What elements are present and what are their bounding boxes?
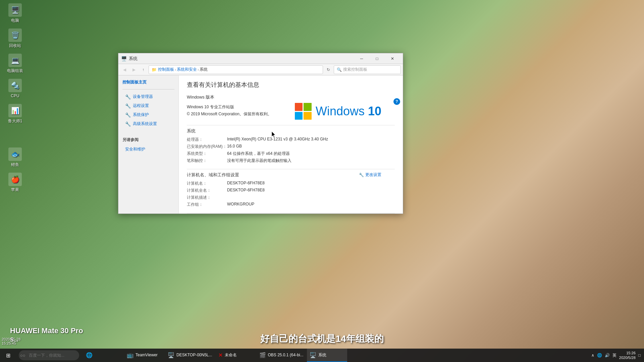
copyright-text: © 2019 Microsoft Corporation。保留所有权利。 bbox=[187, 111, 272, 117]
teamviewer-icon: 📺 bbox=[127, 352, 133, 358]
device-manager-icon: 🔧 bbox=[125, 94, 131, 100]
taskbar-app-edge[interactable]: 🌐 bbox=[83, 349, 123, 362]
refresh-button[interactable]: ↻ bbox=[324, 66, 332, 74]
computer-fullname-value: DESKTOP-6FH78E8 bbox=[227, 188, 265, 193]
taskbar-app-desktop[interactable]: 🖥️ DESKTOP-00N5L... bbox=[165, 349, 215, 362]
sidebar: 控制面板主页 🔧 设备管理器 🔧 远程设置 🔧 系统保护 🔧 高级系统设置 bbox=[118, 75, 179, 214]
date-display: 2020/5/28 bbox=[619, 355, 636, 360]
taskbar-apps: 🌐 📺 TeamViewer 🖥️ DESKTOP-00N5L... ✕ 未命名… bbox=[83, 349, 591, 362]
desktop-icon-fish[interactable]: 🐟 鲤鱼 bbox=[3, 147, 27, 167]
windows-logo-area: Windows 10 bbox=[295, 103, 381, 120]
windows-version-section: Windows 版本 Windows 10 专业工作站版 © 2019 Micr… bbox=[187, 94, 395, 120]
page-title: 查看有关计算机的基本信息 bbox=[187, 81, 395, 89]
windows-edition: Windows 10 专业工作站版 bbox=[187, 104, 234, 110]
taskbar-search-icon: ○○ bbox=[20, 353, 25, 358]
help-button[interactable]: ? bbox=[393, 98, 400, 105]
ram-row: 已安装的内存(RAM)： 16.0 GB bbox=[187, 144, 395, 149]
processor-row: 处理器： Intel(R) Xeon(R) CPU E3-1231 v3 @ 3… bbox=[187, 137, 395, 142]
main-content: ? 查看有关计算机的基本信息 Windows 版本 Windows 10 专业工… bbox=[179, 75, 403, 214]
breadcrumb-system: 系统 bbox=[200, 67, 208, 72]
sidebar-item-device-manager[interactable]: 🔧 设备管理器 bbox=[118, 92, 178, 101]
processor-label: 处理器： bbox=[187, 137, 227, 142]
computer-fullname-label: 计算机全名： bbox=[187, 188, 227, 193]
watermark: HUAWEI Mate 30 Pro S... bbox=[10, 326, 83, 344]
system-protection-icon: 🔧 bbox=[125, 112, 131, 118]
taskbar: ⊞ ○○ 🌐 📺 TeamViewer 🖥️ DESKTOP-00N5L... … bbox=[0, 349, 644, 362]
computer-name-label: 计算机名： bbox=[187, 181, 227, 186]
computer-fullname-row: 计算机全名： DESKTOP-6FH78E8 bbox=[187, 188, 395, 193]
breadcrumb-system-security[interactable]: 系统和安全 bbox=[177, 67, 197, 72]
minimize-button[interactable]: ─ bbox=[354, 53, 369, 64]
desktop-icon-network[interactable]: 📊 鲁大师1 bbox=[3, 104, 27, 123]
address-path[interactable]: 📁 控制面板 › 系统和安全 › 系统 bbox=[149, 65, 323, 74]
system-section-title: 系统 bbox=[187, 128, 395, 134]
address-bar: ◀ ▶ ↑ 📁 控制面板 › 系统和安全 › 系统 ↻ 🔍 搜索控制面板 bbox=[118, 64, 403, 75]
sidebar-item-system-protection[interactable]: 🔧 系统保护 bbox=[118, 110, 178, 119]
computer-desc-label: 计算机描述： bbox=[187, 195, 227, 200]
desktop-icon-fruit[interactable]: 🍎 苹果 bbox=[3, 173, 27, 192]
computer-name-section: 计算机名、域和工作组设置 计算机名： DESKTOP-6FH78E8 计算机全名… bbox=[187, 172, 395, 207]
also-ref-title: 另请参阅 bbox=[118, 135, 178, 145]
obs-icon: 🎬 bbox=[259, 352, 266, 358]
taskbar-systray: ∧ 🌐 🔊 英 15:26 2020/5/28 □ bbox=[591, 351, 644, 360]
system-type-label: 系统类型： bbox=[187, 151, 227, 157]
computer-name-row: 计算机名： DESKTOP-6FH78E8 bbox=[187, 181, 395, 186]
search-icon: 🔍 bbox=[337, 67, 342, 72]
ram-label: 已安装的内存(RAM)： bbox=[187, 144, 227, 149]
desktop-icon-this-pc[interactable]: 🖥️ 电脑 bbox=[3, 3, 27, 23]
sidebar-item-security-maintenance[interactable]: 安全和维护 bbox=[118, 145, 178, 154]
desktop: 🖥️ 电脑 🗑️ 回收站 💻 电脑组装 🔩 CPU 📊 鲁大师1 🐟 鲤鱼 🍎 … bbox=[0, 0, 644, 362]
system-type-row: 系统类型： 64 位操作系统，基于 x64 的处理器 bbox=[187, 151, 395, 157]
taskbar-app-obs[interactable]: 🎬 OBS 25.0.1 (64-bi... bbox=[257, 349, 306, 362]
window-title: 系统 bbox=[129, 56, 352, 62]
windows-edition-row: Windows 10 专业工作站版 bbox=[187, 104, 272, 110]
sidebar-main-link[interactable]: 控制面板主页 bbox=[118, 78, 178, 86]
ram-value: 16.0 GB bbox=[227, 144, 242, 149]
breadcrumb-control-panel[interactable]: 控制面板 bbox=[158, 67, 174, 72]
taskbar-app-antivirus[interactable]: ✕ 未命名 bbox=[216, 349, 256, 362]
windows10-text: Windows 10 bbox=[316, 104, 381, 118]
windows-4color-logo bbox=[295, 103, 312, 120]
taskbar-app-system[interactable]: 🖥️ 系统 bbox=[307, 349, 347, 362]
desktop-icon-recycle-bin[interactable]: 🗑️ 回收站 bbox=[3, 28, 27, 48]
pen-touch-row: 笔和触控： 没有可用于此显示器的笔或触控输入 bbox=[187, 158, 395, 164]
system-icon: 🖥️ bbox=[310, 352, 316, 358]
computer-desc-row: 计算机描述： bbox=[187, 195, 395, 200]
systray-caret[interactable]: ∧ bbox=[591, 353, 594, 358]
watermark-line2: S... bbox=[10, 336, 83, 344]
forward-button[interactable]: ▶ bbox=[130, 66, 138, 74]
systray-input-method[interactable]: 英 bbox=[612, 353, 616, 358]
window-icon: 🖥️ bbox=[121, 56, 127, 61]
copyright-row: © 2019 Microsoft Corporation。保留所有权利。 bbox=[187, 111, 272, 117]
processor-value: Intel(R) Xeon(R) CPU E3-1231 v3 @ 3.40GH… bbox=[227, 137, 328, 142]
time-display: 15:26 bbox=[619, 351, 636, 355]
taskbar-app-teamviewer[interactable]: 📺 TeamViewer bbox=[124, 349, 164, 362]
change-settings-icon: 🔧 bbox=[359, 173, 364, 177]
sidebar-item-advanced-settings[interactable]: 🔧 高级系统设置 bbox=[118, 119, 178, 128]
remote-settings-icon: 🔧 bbox=[125, 103, 131, 109]
window-controls: ─ □ ✕ bbox=[354, 53, 400, 64]
watermark-line1: HUAWEI Mate 30 Pro bbox=[10, 326, 83, 336]
systray-network: 🌐 bbox=[597, 353, 602, 358]
desktop-icon-computer-group[interactable]: 💻 电脑组装 bbox=[3, 54, 27, 73]
system-section: 系统 处理器： Intel(R) Xeon(R) CPU E3-1231 v3 … bbox=[187, 128, 395, 164]
search-box[interactable]: 🔍 搜索控制面板 bbox=[334, 65, 401, 74]
desktop-icon-cpu[interactable]: 🔩 CPU bbox=[3, 79, 27, 98]
workgroup-row: 工作组： WORKGROUP bbox=[187, 202, 395, 207]
taskbar-search-input[interactable] bbox=[19, 350, 79, 360]
maximize-button[interactable]: □ bbox=[369, 53, 385, 64]
search-placeholder: 搜索控制面板 bbox=[343, 67, 367, 72]
systray-sound: 🔊 bbox=[605, 353, 610, 358]
close-button[interactable]: ✕ bbox=[385, 53, 400, 64]
sidebar-item-remote-settings[interactable]: 🔧 远程设置 bbox=[118, 101, 178, 110]
up-button[interactable]: ↑ bbox=[139, 66, 147, 74]
edge-icon: 🌐 bbox=[86, 352, 93, 358]
systray-notification[interactable]: □ bbox=[638, 353, 641, 358]
back-button[interactable]: ◀ bbox=[120, 66, 128, 74]
taskbar-time[interactable]: 15:26 2020/5/28 bbox=[619, 351, 636, 360]
window-body: 控制面板主页 🔧 设备管理器 🔧 远程设置 🔧 系统保护 🔧 高级系统设置 bbox=[118, 75, 403, 214]
workgroup-label: 工作组： bbox=[187, 202, 227, 207]
breadcrumb-folder: 📁 bbox=[152, 67, 157, 72]
start-button[interactable]: ⊞ bbox=[0, 349, 16, 362]
change-settings-link[interactable]: 🔧 更改设置 bbox=[359, 172, 381, 178]
